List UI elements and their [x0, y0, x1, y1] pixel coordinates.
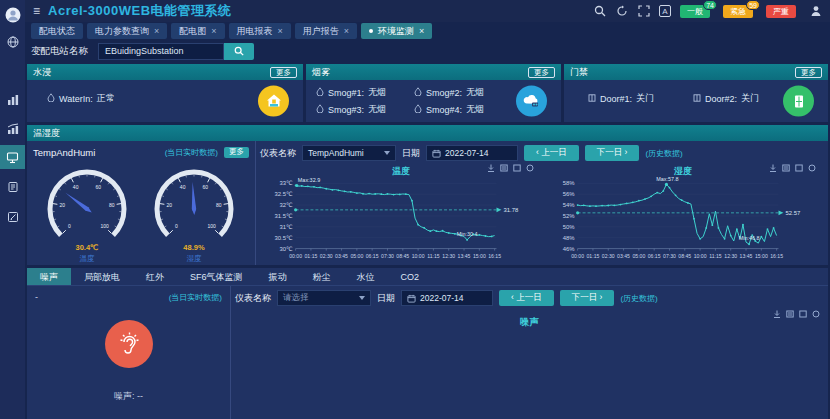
- search-icon[interactable]: [593, 5, 606, 18]
- bar-chart-icon[interactable]: [0, 88, 25, 112]
- noise-device-name: -: [35, 292, 38, 302]
- tab-0[interactable]: 配电状态: [31, 23, 83, 39]
- device-name: TempAndHumi: [33, 147, 95, 158]
- door-more-button[interactable]: 更多: [795, 67, 822, 78]
- tab-3[interactable]: 用电报表×: [229, 23, 291, 39]
- svg-text:52%: 52%: [563, 213, 576, 219]
- water-more-button[interactable]: 更多: [270, 67, 297, 78]
- env-tab-0[interactable]: 噪声: [27, 268, 71, 285]
- svg-text:02:30: 02:30: [320, 253, 333, 259]
- tab-label: 配电状态: [39, 25, 75, 38]
- env-tab-6[interactable]: 水位: [344, 268, 388, 285]
- data-view-icon[interactable]: [782, 164, 790, 172]
- status-item: Smog#1:无烟: [316, 86, 404, 99]
- monitor-icon[interactable]: [0, 145, 25, 169]
- droplet-icon: [414, 87, 422, 98]
- font-size-icon[interactable]: A: [659, 5, 671, 17]
- sensor-status: 无烟: [466, 103, 484, 116]
- env-tab-5[interactable]: 粉尘: [300, 268, 344, 285]
- prev-day-button[interactable]: ‹ 上一日: [499, 290, 554, 306]
- calendar-icon: [407, 294, 416, 303]
- data-view-icon[interactable]: [500, 164, 508, 172]
- smoke-more-button[interactable]: 更多: [528, 67, 555, 78]
- history-data-link[interactable]: (历史数据): [620, 293, 657, 304]
- tab-5[interactable]: 环境监测×: [361, 23, 432, 39]
- edit-icon[interactable]: [0, 205, 25, 229]
- chart-toolbox: [769, 164, 816, 172]
- env-tab-7[interactable]: CO2: [388, 268, 433, 285]
- substation-search-input[interactable]: [98, 43, 224, 60]
- env-tab-1[interactable]: 局部放电: [71, 268, 133, 285]
- restore-icon[interactable]: [799, 310, 807, 318]
- alarm-normal-button[interactable]: 一般 74: [680, 5, 710, 18]
- svg-text:54%: 54%: [563, 202, 576, 208]
- substation-search-button[interactable]: [224, 43, 254, 60]
- user-icon[interactable]: [809, 5, 822, 18]
- next-day-button[interactable]: 下一日 ›: [560, 290, 615, 306]
- prev-day-button[interactable]: ‹ 上一日: [524, 145, 579, 161]
- restore-icon[interactable]: [513, 164, 521, 172]
- svg-text:56%: 56%: [563, 191, 576, 197]
- avatar[interactable]: [0, 3, 25, 27]
- fullscreen-icon[interactable]: [637, 5, 650, 18]
- download-icon[interactable]: [773, 310, 781, 318]
- svg-text:58%: 58%: [563, 180, 576, 186]
- refresh-icon[interactable]: [615, 5, 628, 18]
- svg-text:30.5℃: 30.5℃: [274, 235, 293, 241]
- document-icon[interactable]: [0, 175, 25, 199]
- temphumi-more-button[interactable]: 更多: [224, 147, 249, 158]
- tab-close-icon[interactable]: ×: [419, 26, 424, 36]
- meter-select[interactable]: 请选择: [277, 290, 371, 306]
- refresh-icon[interactable]: [812, 310, 820, 318]
- download-icon[interactable]: [487, 164, 495, 172]
- svg-text:48.9%: 48.9%: [183, 243, 205, 252]
- svg-text:12:30: 12:30: [724, 253, 737, 259]
- temphumi-gauge-section: TempAndHumi (当日实时数据) 更多 02040608010030.4…: [27, 141, 256, 265]
- date-picker[interactable]: 2022-07-14: [426, 145, 518, 161]
- date-picker[interactable]: 2022-07-14: [401, 290, 493, 306]
- gauges: 02040608010030.4℃温度 02040608010048.9%湿度: [33, 160, 249, 264]
- tab-close-icon[interactable]: ×: [211, 26, 216, 36]
- alarm-normal-badge: 74: [703, 0, 717, 10]
- report-chart-icon[interactable]: [0, 117, 25, 141]
- tab-2[interactable]: 配电图×: [171, 23, 224, 39]
- svg-text:00:00: 00:00: [289, 253, 302, 259]
- restore-icon[interactable]: [795, 164, 803, 172]
- realtime-data-link[interactable]: (当日实时数据): [169, 292, 222, 303]
- next-day-button[interactable]: 下一日 ›: [585, 145, 640, 161]
- svg-text:31.78: 31.78: [503, 207, 519, 213]
- droplet-icon: [414, 104, 422, 115]
- active-tab-dot-icon: [369, 29, 373, 33]
- globe-icon[interactable]: [0, 30, 25, 54]
- alarm-urgent-button[interactable]: 紧急 59: [723, 5, 753, 18]
- realtime-data-link[interactable]: (当日实时数据): [165, 147, 218, 158]
- data-view-icon[interactable]: [786, 310, 794, 318]
- env-tab-2[interactable]: 红外: [133, 268, 177, 285]
- download-icon[interactable]: [769, 164, 777, 172]
- temphumi-panel-title: 温湿度: [33, 127, 60, 140]
- svg-text:12:30: 12:30: [442, 253, 455, 259]
- meter-select[interactable]: TempAndHumi: [302, 145, 396, 161]
- svg-text:10:00: 10:00: [412, 253, 425, 259]
- sensor-status: 关门: [636, 92, 654, 105]
- tab-4[interactable]: 用户报告×: [295, 23, 357, 39]
- alarm-severe-button[interactable]: 严重: [766, 5, 796, 18]
- door-item-icon: [693, 94, 701, 104]
- tab-close-icon[interactable]: ×: [278, 26, 283, 36]
- temperature-gauge: 02040608010030.4℃温度: [35, 160, 140, 264]
- refresh-icon[interactable]: [526, 164, 534, 172]
- noise-summary-section: - (当日实时数据) 噪声: --: [27, 286, 231, 419]
- svg-text:50%: 50%: [563, 224, 576, 230]
- hamburger-menu-icon[interactable]: ≡: [33, 4, 40, 18]
- refresh-icon[interactable]: [808, 164, 816, 172]
- env-tab-3[interactable]: SF6气体监测: [177, 268, 256, 285]
- tab-1[interactable]: 电力参数查询×: [87, 23, 167, 39]
- svg-text:30.4℃: 30.4℃: [75, 243, 98, 252]
- history-data-link[interactable]: (历史数据): [645, 148, 682, 159]
- substation-search-row: 变配电站名称: [25, 40, 830, 62]
- top-bar: ≡ Acrel-3000WEB电能管理系统 A 一般 74 紧急: [25, 0, 830, 22]
- tab-close-icon[interactable]: ×: [344, 26, 349, 36]
- svg-text:100: 100: [101, 223, 110, 229]
- tab-close-icon[interactable]: ×: [154, 26, 159, 36]
- env-tab-4[interactable]: 振动: [256, 268, 300, 285]
